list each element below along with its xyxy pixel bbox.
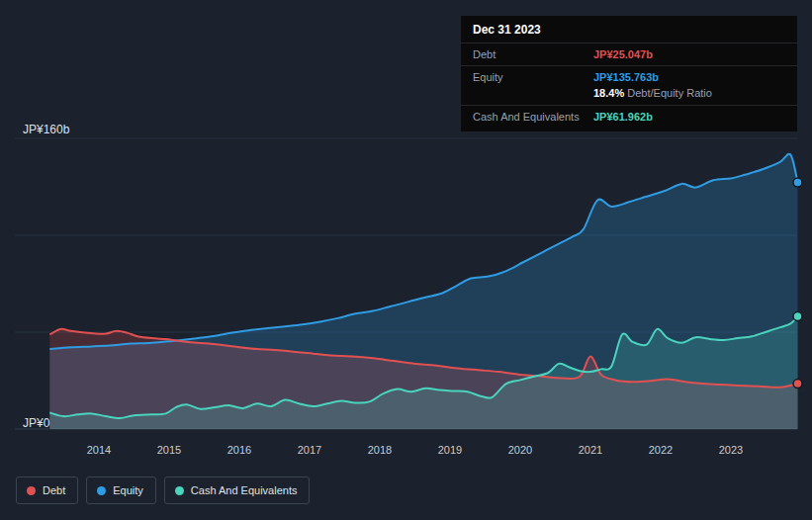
tooltip-debt-label: Debt: [473, 47, 593, 61]
x-tick-label: 2019: [428, 444, 472, 456]
x-tick-label: 2015: [147, 444, 191, 456]
x-tick-label: 2023: [709, 444, 753, 456]
tooltip-ratio-value: 18.4%: [593, 87, 624, 99]
chart-legend: DebtEquityCash And Equivalents: [16, 477, 310, 504]
legend-item-cash-and-equivalents[interactable]: Cash And Equivalents: [164, 477, 311, 504]
tooltip-cash-label: Cash And Equivalents: [473, 110, 593, 124]
x-tick-label: 2021: [569, 444, 612, 456]
equity-endpoint-marker: [793, 178, 802, 187]
legend-dot-icon: [27, 486, 36, 495]
legend-label: Cash And Equivalents: [191, 484, 298, 496]
legend-item-debt[interactable]: Debt: [16, 477, 78, 504]
debt-endpoint-marker: [793, 380, 802, 389]
legend-label: Debt: [43, 484, 65, 496]
tooltip-equity-label: Equity: [473, 70, 593, 84]
tooltip-ratio-label: Debt/Equity Ratio: [627, 87, 712, 99]
x-axis: 2014201520162017201820192020202120222023: [0, 444, 812, 460]
x-tick-label: 2017: [288, 444, 331, 456]
legend-item-equity[interactable]: Equity: [86, 477, 156, 504]
cash-and-equivalents-endpoint-marker: [793, 312, 802, 321]
tooltip-debt-value: JP¥25.047b: [593, 47, 653, 61]
y-axis-min-label: JP¥0: [23, 416, 49, 430]
x-tick-label: 2016: [218, 444, 261, 456]
tooltip-date: Dec 31 2023: [461, 16, 797, 43]
tooltip-cash-value: JP¥61.962b: [593, 110, 653, 124]
legend-dot-icon: [175, 486, 184, 495]
legend-label: Equity: [113, 484, 143, 496]
y-axis-max-label: JP¥160b: [23, 123, 69, 136]
tooltip-ratio-row: 18.4% Debt/Equity Ratio: [461, 85, 797, 105]
x-tick-label: 2020: [498, 444, 542, 456]
x-tick-label: 2014: [77, 444, 121, 456]
legend-dot-icon: [97, 486, 106, 495]
x-tick-label: 2022: [639, 444, 682, 456]
debt-equity-history-chart: Dec 31 2023 Debt JP¥25.047b Equity JP¥13…: [0, 0, 812, 520]
tooltip-cash-row: Cash And Equivalents JP¥61.962b: [461, 105, 797, 128]
tooltip-debt-row: Debt JP¥25.047b: [461, 43, 797, 65]
tooltip-ratio: 18.4% Debt/Equity Ratio: [593, 86, 712, 100]
tooltip-equity-value: JP¥135.763b: [593, 70, 659, 84]
chart-tooltip: Dec 31 2023 Debt JP¥25.047b Equity JP¥13…: [461, 16, 797, 131]
tooltip-equity-row: Equity JP¥135.763b: [461, 65, 797, 85]
x-tick-label: 2018: [358, 444, 402, 456]
